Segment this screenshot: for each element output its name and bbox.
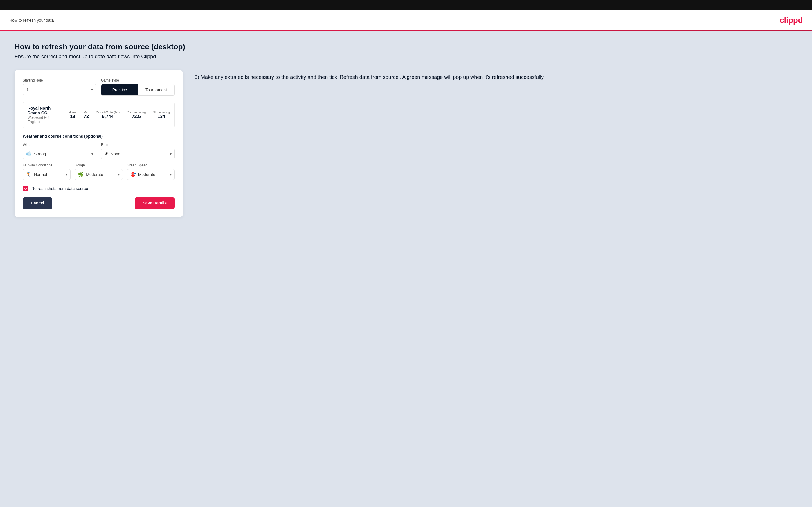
side-text: 3) Make any extra edits necessary to the…	[195, 70, 798, 81]
fairway-select[interactable]: 🏌 Normal ▾	[22, 169, 70, 180]
refresh-label: Refresh shots from data source	[31, 186, 88, 191]
starting-hole-select[interactable]: 1	[22, 84, 96, 95]
par-value: 72	[84, 114, 89, 119]
yards-value: 6,744	[96, 114, 119, 119]
side-description: 3) Make any extra edits necessary to the…	[195, 73, 798, 81]
slope-rating-label: Slope rating	[153, 111, 170, 114]
stat-holes: Holes 18	[68, 111, 77, 119]
header-title: How to refresh your data	[9, 18, 54, 22]
starting-hole-wrapper: 1 ▾	[22, 84, 96, 95]
logo: clippd	[780, 16, 803, 25]
green-speed-value: Moderate	[138, 172, 167, 177]
wind-icon: 💨	[26, 151, 32, 157]
stat-slope-rating: Slope rating 134	[153, 111, 170, 119]
green-speed-label: Green Speed	[127, 163, 175, 167]
green-speed-icon: 🎯	[130, 172, 136, 177]
top-fields-row: Starting Hole 1 ▾ Game Type Practice Tou…	[22, 78, 175, 96]
course-stats: Holes 18 Par 72 Yards/White (M)) 6,744 C…	[68, 111, 170, 119]
refresh-checkbox-row: Refresh shots from data source	[22, 186, 175, 191]
wind-field: Wind 💨 Strong ▾	[22, 143, 96, 159]
slope-rating-value: 134	[153, 114, 170, 119]
checkmark-icon	[24, 187, 27, 190]
wind-arrow-icon: ▾	[92, 152, 93, 156]
rough-icon: 🌿	[78, 172, 84, 177]
holes-label: Holes	[68, 111, 77, 114]
par-label: Par	[84, 111, 89, 114]
rough-value: Moderate	[86, 172, 115, 177]
fairway-icon: 🏌	[26, 172, 32, 177]
green-speed-select[interactable]: 🎯 Moderate ▾	[127, 169, 175, 180]
save-button[interactable]: Save Details	[135, 197, 175, 209]
tournament-button[interactable]: Tournament	[138, 84, 174, 96]
top-bar	[0, 0, 812, 10]
starting-hole-field: Starting Hole 1 ▾	[22, 78, 96, 96]
fairway-value: Normal	[34, 172, 63, 177]
conditions-section: Weather and course conditions (optional)…	[22, 134, 175, 180]
practice-button[interactable]: Practice	[101, 84, 138, 96]
page-title: How to refresh your data from source (de…	[14, 42, 798, 51]
green-speed-arrow-icon: ▾	[170, 173, 171, 177]
wind-rain-row: Wind 💨 Strong ▾ Rain ☀ None ▾	[22, 143, 175, 159]
rough-arrow-icon: ▾	[118, 173, 119, 177]
course-rating-label: Course rating	[126, 111, 146, 114]
stat-course-rating: Course rating 72.5	[126, 111, 146, 119]
yards-label: Yards/White (M))	[96, 111, 119, 114]
game-type-toggle: Practice Tournament	[101, 84, 175, 96]
fairway-arrow-icon: ▾	[66, 173, 67, 177]
course-rating-value: 72.5	[126, 114, 146, 119]
rough-label: Rough	[74, 163, 122, 167]
game-type-field: Game Type Practice Tournament	[101, 78, 175, 96]
rough-select[interactable]: 🌿 Moderate ▾	[74, 169, 122, 180]
course-info: Royal North Devon GC, Westward Ho!, Engl…	[28, 106, 63, 124]
rain-label: Rain	[101, 143, 175, 147]
button-row: Cancel Save Details	[22, 197, 175, 209]
rain-value: None	[111, 152, 167, 156]
course-name: Royal North Devon GC,	[28, 106, 63, 115]
green-speed-field: Green Speed 🎯 Moderate ▾	[127, 163, 175, 180]
wind-label: Wind	[22, 143, 96, 147]
rain-field: Rain ☀ None ▾	[101, 143, 175, 159]
rain-select[interactable]: ☀ None ▾	[101, 149, 175, 159]
course-card: Royal North Devon GC, Westward Ho!, Engl…	[22, 102, 175, 128]
wind-select[interactable]: 💨 Strong ▾	[22, 149, 96, 159]
course-location: Westward Ho!, England	[28, 116, 63, 124]
form-card: Starting Hole 1 ▾ Game Type Practice Tou…	[14, 70, 183, 217]
cancel-button[interactable]: Cancel	[22, 197, 52, 209]
page-subtitle: Ensure the correct and most up to date d…	[14, 54, 798, 60]
rough-field: Rough 🌿 Moderate ▾	[74, 163, 122, 180]
fairway-field: Fairway Conditions 🏌 Normal ▾	[22, 163, 70, 180]
header: How to refresh your data clippd	[0, 10, 812, 31]
refresh-checkbox[interactable]	[22, 186, 29, 191]
wind-value: Strong	[34, 152, 89, 156]
conditions-title: Weather and course conditions (optional)	[22, 134, 175, 138]
stat-par: Par 72	[84, 111, 89, 119]
holes-value: 18	[68, 114, 77, 119]
rain-icon: ☀	[104, 151, 108, 157]
game-type-label: Game Type	[101, 78, 175, 82]
conditions-bottom-row: Fairway Conditions 🏌 Normal ▾ Rough 🌿 Mo…	[22, 163, 175, 180]
main-content: How to refresh your data from source (de…	[0, 31, 812, 507]
rain-arrow-icon: ▾	[170, 152, 171, 156]
fairway-label: Fairway Conditions	[22, 163, 70, 167]
starting-hole-label: Starting Hole	[22, 78, 96, 82]
stat-yards: Yards/White (M)) 6,744	[96, 111, 119, 119]
content-row: Starting Hole 1 ▾ Game Type Practice Tou…	[14, 70, 798, 217]
